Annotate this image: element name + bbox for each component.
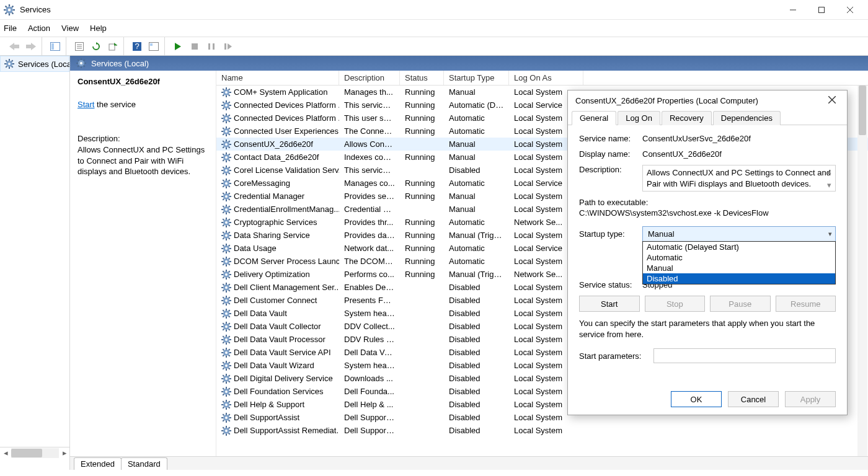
label-start-params: Start parameters: — [579, 351, 653, 361]
gear-icon — [221, 348, 231, 358]
tree-root-services[interactable]: Services (Local — [0, 56, 69, 72]
stop-button[interactable]: Stop — [645, 296, 706, 312]
dialog-close-button[interactable] — [825, 95, 839, 106]
menu-view[interactable]: View — [61, 24, 79, 33]
svg-rect-31 — [192, 43, 198, 50]
value-description[interactable]: Allows ConnectUX and PC Settings to Conn… — [642, 165, 836, 192]
restart-service-button[interactable] — [221, 39, 236, 54]
vertical-scrollbar[interactable] — [857, 86, 867, 456]
gear-icon — [221, 192, 231, 201]
service-desc-cell: Provides thr... — [339, 218, 400, 227]
service-startup-cell: Disabled — [444, 426, 509, 435]
start-service-button[interactable] — [170, 39, 185, 54]
service-startup-cell: Automatic — [444, 178, 509, 188]
start-button[interactable]: Start — [579, 296, 640, 312]
apply-button[interactable]: Apply — [785, 391, 836, 407]
svg-marker-15 — [26, 43, 36, 50]
svg-marker-24 — [114, 43, 117, 45]
col-status[interactable]: Status — [400, 71, 444, 85]
option-auto-delayed[interactable]: Automatic (Delayed Start) — [643, 242, 835, 252]
service-status-cell: Running — [400, 257, 444, 266]
gear-icon — [221, 165, 231, 175]
tab-standard[interactable]: Standard — [121, 457, 167, 470]
service-name-cell: Dell Foundation Services — [234, 387, 324, 396]
desc-scrollbar[interactable]: ▴▾ — [827, 166, 835, 190]
back-button[interactable] — [7, 39, 22, 54]
gear-icon — [221, 87, 231, 97]
help-button[interactable]: ? — [130, 39, 144, 54]
gear-icon — [221, 257, 231, 267]
resume-button[interactable]: Resume — [776, 296, 836, 312]
option-disabled[interactable]: Disabled — [643, 273, 835, 284]
service-startup-cell: Automatic — [444, 257, 509, 266]
service-desc-cell: System healt... — [339, 361, 400, 370]
gear-icon — [221, 361, 231, 371]
menu-action[interactable]: Action — [28, 24, 50, 33]
show-hide-tree-button[interactable] — [48, 39, 63, 54]
view-tabs: Extended Standard — [70, 456, 868, 470]
menu-help[interactable]: Help — [90, 24, 107, 33]
pane-header-title: Services (Local) — [91, 59, 149, 68]
minimize-button[interactable] — [779, 0, 807, 20]
tab-general[interactable]: General — [572, 111, 616, 125]
service-desc-cell: Presents Fee... — [339, 296, 400, 305]
stop-service-button[interactable] — [187, 39, 202, 54]
service-status-cell: Running — [400, 244, 444, 253]
tab-extended[interactable]: Extended — [74, 457, 122, 470]
pause-button[interactable]: Pause — [710, 296, 771, 312]
start-service-link[interactable]: Start — [78, 100, 94, 109]
col-logon[interactable]: Log On As — [509, 71, 583, 85]
col-description[interactable]: Description — [339, 71, 400, 85]
startup-type-select[interactable]: Manual ▾ — [642, 226, 836, 242]
service-startup-cell: Disabled — [444, 348, 509, 357]
option-automatic[interactable]: Automatic — [643, 252, 835, 263]
service-desc-cell: Provides sec... — [339, 192, 400, 201]
forward-button[interactable] — [24, 39, 38, 54]
toolbar: ? — [0, 37, 868, 56]
refresh-button[interactable] — [89, 39, 104, 54]
gear-icon — [221, 205, 231, 214]
value-path: C:\WINDOWS\system32\svchost.exe -k Devic… — [579, 208, 836, 218]
service-status-cell: Running — [400, 100, 444, 110]
service-name-cell: Credential Manager — [234, 192, 304, 201]
tab-recovery[interactable]: Recovery — [662, 111, 712, 125]
service-status-cell: Running — [400, 113, 444, 123]
col-startup[interactable]: Startup Type — [444, 71, 509, 85]
tree-pane: Services (Local — [0, 56, 70, 470]
service-startup-cell: Automatic — [444, 218, 509, 227]
service-startup-cell: Disabled — [444, 296, 509, 305]
svg-marker-35 — [228, 43, 232, 50]
service-name-cell: Dell SupportAssist Remediat... — [234, 426, 339, 435]
option-manual[interactable]: Manual — [643, 263, 835, 273]
service-name-cell: Dell Customer Connect — [234, 296, 317, 305]
tree-horiz-scrollbar[interactable]: ◂▸ — [0, 447, 70, 458]
tab-dependencies[interactable]: Dependencies — [713, 111, 781, 125]
ok-button[interactable]: OK — [671, 391, 722, 407]
maximize-button[interactable] — [807, 0, 836, 20]
label-service-status: Service status: — [579, 280, 642, 289]
menu-file[interactable]: File — [4, 24, 17, 33]
properties-button[interactable] — [72, 39, 87, 54]
svg-marker-14 — [9, 43, 19, 50]
gear-icon — [221, 139, 231, 149]
service-startup-cell: Manual — [444, 205, 509, 214]
start-params-input[interactable] — [653, 348, 836, 363]
tab-logon[interactable]: Log On — [618, 111, 660, 125]
export-button[interactable] — [105, 39, 120, 54]
close-button[interactable] — [836, 0, 864, 20]
gear-icon — [221, 413, 231, 423]
toolbar-icon[interactable] — [146, 39, 161, 54]
table-row[interactable]: Dell SupportAssist Remediat...Dell Suppo… — [216, 424, 868, 437]
service-name-cell: Corel License Validation Serv... — [234, 165, 339, 175]
service-desc-cell: Allows Conn... — [339, 139, 400, 149]
svg-rect-17 — [51, 43, 54, 50]
service-desc-cell: Downloads ... — [339, 374, 400, 383]
col-name[interactable]: Name — [216, 71, 339, 85]
pause-service-button[interactable] — [204, 39, 219, 54]
dialog-titlebar[interactable]: ConsentUX_26d6e20f Properties (Local Com… — [568, 90, 847, 110]
cancel-button[interactable]: Cancel — [728, 391, 779, 407]
gear-icon — [221, 322, 231, 332]
service-startup-cell: Disabled — [444, 335, 509, 344]
startup-type-dropdown[interactable]: Automatic (Delayed Start) Automatic Manu… — [642, 241, 836, 284]
window-title: Services — [20, 5, 779, 14]
